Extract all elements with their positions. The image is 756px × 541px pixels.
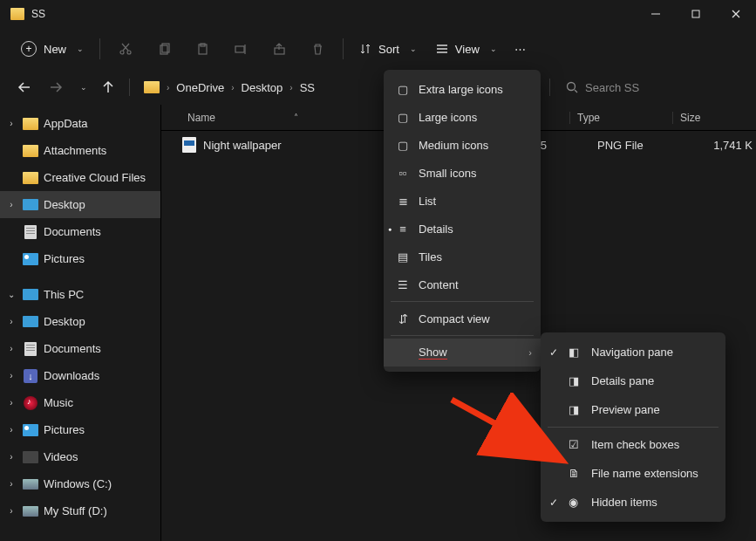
sidebar-item-pc-music[interactable]: ›Music <box>0 389 160 416</box>
window-folder-icon <box>10 8 24 20</box>
toolbar: + New ⌄ Sort ⌄ View ⌄ ⋯ <box>0 28 756 70</box>
pane-icon: ◧ <box>569 346 584 359</box>
paste-button[interactable] <box>184 33 221 65</box>
svg-point-18 <box>568 83 576 91</box>
menu-details-pane[interactable]: ◨Details pane <box>541 366 725 395</box>
menu-tiles[interactable]: ▤Tiles <box>384 243 541 270</box>
sidebar-item-pc-downloads[interactable]: ›↓Downloads <box>0 362 160 389</box>
title-bar: SS <box>0 0 756 28</box>
chevron-right-icon: › <box>163 83 173 92</box>
svg-rect-1 <box>692 10 699 17</box>
chevron-down-icon: ⌄ <box>77 45 84 53</box>
sidebar-item-pictures[interactable]: Pictures <box>0 245 160 272</box>
svg-rect-12 <box>235 46 244 52</box>
sort-label: Sort <box>378 43 399 56</box>
tiles-icon: ▤ <box>396 250 410 264</box>
plus-icon: + <box>21 41 37 57</box>
chevron-right-icon: › <box>286 83 296 92</box>
check-icon: ✓ <box>549 346 558 359</box>
menu-list[interactable]: ≣List <box>384 187 541 215</box>
maximize-button[interactable] <box>676 0 716 28</box>
menu-content[interactable]: ☰Content <box>384 270 541 298</box>
sidebar-item-pc-desktop[interactable]: ›Desktop <box>0 308 160 335</box>
svg-line-7 <box>122 44 128 51</box>
menu-compact-view[interactable]: ⇵Compact view <box>384 305 541 332</box>
sidebar-item-creative-cloud[interactable]: Creative Cloud Files <box>0 164 160 191</box>
share-button[interactable] <box>261 33 297 65</box>
sort-button[interactable]: Sort ⌄ <box>351 33 426 65</box>
new-label: New <box>44 43 66 56</box>
sidebar-item-appdata[interactable]: ›AppData <box>0 110 160 137</box>
compact-icon: ⇵ <box>396 312 410 325</box>
breadcrumb-ss[interactable]: SS <box>296 81 318 94</box>
navigation-pane: ›AppData Attachments Creative Cloud File… <box>0 105 161 541</box>
cut-button[interactable] <box>107 33 144 65</box>
recent-chevron-icon[interactable]: ⌄ <box>75 75 89 99</box>
view-menu: ▢Extra large icons ▢Large icons ▢Medium … <box>384 70 541 372</box>
menu-hidden-items[interactable]: ✓◉Hidden items <box>541 488 725 517</box>
view-label: View <box>455 43 480 56</box>
file-size: 1,741 K <box>693 139 756 152</box>
sidebar-item-my-stuff-d[interactable]: ›My Stuff (D:) <box>0 497 160 524</box>
content-icon: ☰ <box>396 278 410 291</box>
search-placeholder: Search SS <box>585 81 639 94</box>
close-button[interactable] <box>716 0 756 28</box>
back-button[interactable] <box>12 75 37 99</box>
menu-preview-pane[interactable]: ◨Preview pane <box>541 395 725 424</box>
sidebar-item-windows-c[interactable]: ›Windows (C:) <box>0 470 160 497</box>
svg-line-6 <box>123 44 129 51</box>
rename-button[interactable] <box>222 33 259 65</box>
view-icon <box>436 43 448 55</box>
list-icon: ≣ <box>396 195 410 208</box>
search-box[interactable]: Search SS <box>559 74 749 100</box>
show-submenu: ✓◧Navigation pane ◨Details pane ◨Preview… <box>541 332 725 522</box>
search-icon <box>566 81 578 93</box>
sidebar-item-documents[interactable]: Documents <box>0 218 160 245</box>
grid-icon: ▢ <box>396 139 410 152</box>
menu-navigation-pane[interactable]: ✓◧Navigation pane <box>541 338 725 366</box>
menu-medium-icons[interactable]: ▢Medium icons <box>384 131 541 159</box>
minimize-button[interactable] <box>636 0 676 28</box>
chevron-right-icon: › <box>228 83 237 92</box>
pane-icon: ◨ <box>569 374 584 387</box>
breadcrumb-desktop[interactable]: Desktop <box>238 81 287 94</box>
png-file-icon <box>182 137 196 153</box>
forward-button[interactable] <box>44 75 68 99</box>
sidebar-item-pc-videos[interactable]: ›Videos <box>0 443 160 470</box>
eye-icon: ◉ <box>569 496 584 509</box>
chevron-down-icon: ⌄ <box>490 45 497 53</box>
svg-line-19 <box>575 90 577 92</box>
menu-extra-large-icons[interactable]: ▢Extra large icons <box>384 75 541 103</box>
sort-icon <box>359 43 371 55</box>
delete-button[interactable] <box>299 33 336 65</box>
menu-small-icons[interactable]: ▫▫Small icons <box>384 159 541 187</box>
more-button[interactable]: ⋯ <box>507 33 534 65</box>
menu-show[interactable]: Show› <box>384 339 541 366</box>
file-icon: 🗎 <box>569 467 584 480</box>
navigation-bar: ⌄ › OneDrive › Desktop › SS Search SS <box>0 70 756 105</box>
menu-file-name-extensions[interactable]: 🗎File name extensions <box>541 459 725 488</box>
grid-icon: ▢ <box>396 83 410 96</box>
column-size[interactable]: Size <box>672 112 756 124</box>
grid-icon: ▢ <box>396 111 410 124</box>
sort-indicator-icon: ˄ <box>294 113 298 122</box>
sidebar-item-this-pc[interactable]: ⌄This PC <box>0 281 160 308</box>
menu-item-check-boxes[interactable]: ☑Item check boxes <box>541 430 725 459</box>
grid-icon: ▫▫ <box>396 167 410 180</box>
view-button[interactable]: View ⌄ <box>427 33 506 65</box>
sidebar-item-attachments[interactable]: Attachments <box>0 137 160 164</box>
new-button[interactable]: + New ⌄ <box>12 33 92 65</box>
copy-button[interactable] <box>146 33 182 65</box>
chevron-down-icon: ⌄ <box>410 45 417 53</box>
selected-bullet-icon: ● <box>384 226 396 232</box>
checkbox-icon: ☑ <box>569 438 584 451</box>
column-type[interactable]: Type <box>569 112 672 124</box>
sidebar-item-desktop[interactable]: ›Desktop <box>0 191 160 218</box>
sidebar-item-pc-pictures[interactable]: ›Pictures <box>0 416 160 443</box>
menu-details[interactable]: ●≡Details <box>384 215 541 243</box>
breadcrumb-onedrive[interactable]: OneDrive <box>173 81 228 94</box>
sidebar-item-pc-documents[interactable]: ›Documents <box>0 335 160 362</box>
pane-icon: ◨ <box>569 403 584 416</box>
menu-large-icons[interactable]: ▢Large icons <box>384 103 541 131</box>
up-button[interactable] <box>96 75 120 99</box>
